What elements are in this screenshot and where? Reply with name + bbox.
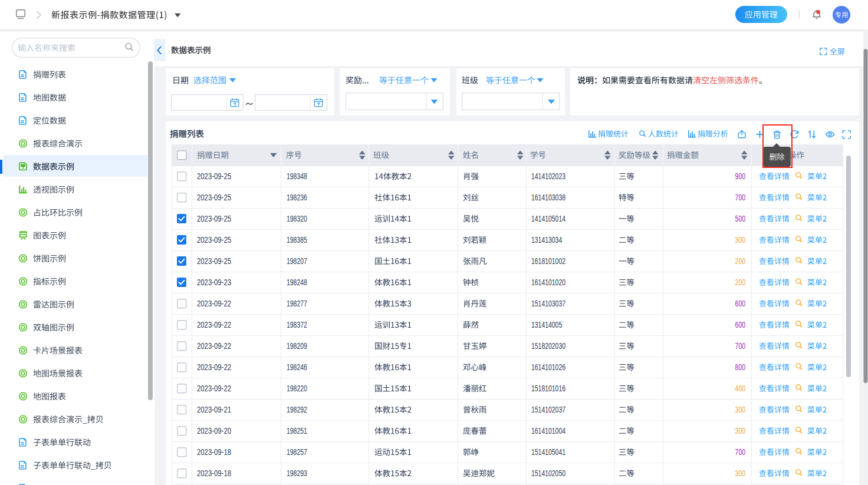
svg-text:800: 800	[735, 362, 745, 372]
svg-text:300: 300	[735, 405, 745, 414]
svg-text:198385: 198385	[287, 235, 307, 245]
svg-text:2023-09-22: 2023-09-22	[197, 384, 231, 393]
svg-text:1614101004: 1614101004	[531, 426, 565, 435]
svg-text:300: 300	[735, 235, 745, 245]
svg-text:1614103038: 1614103038	[531, 193, 565, 202]
svg-text:2023-09-25: 2023-09-25	[197, 171, 231, 181]
svg-text:300: 300	[735, 426, 745, 435]
svg-text:1514102037: 1514102037	[531, 405, 565, 414]
svg-text:198248: 198248	[287, 278, 307, 287]
svg-text:1514103037: 1514103037	[531, 299, 565, 308]
svg-text:131414005: 131414005	[531, 320, 562, 329]
svg-text:2023-09-23: 2023-09-23	[197, 278, 231, 287]
svg-text:700: 700	[735, 341, 745, 351]
svg-text:198292: 198292	[287, 405, 307, 414]
svg-text:2023-09-22: 2023-09-22	[197, 362, 231, 372]
svg-text:2023-09-18: 2023-09-18	[197, 447, 231, 457]
svg-text:198372: 198372	[287, 320, 307, 329]
svg-text:1518202030: 1518202030	[531, 341, 565, 351]
svg-text:198246: 198246	[287, 362, 307, 372]
svg-text:1414102023: 1414102023	[531, 171, 565, 181]
svg-text:200: 200	[735, 256, 745, 266]
svg-text:2023-09-25: 2023-09-25	[197, 193, 231, 202]
svg-text:600: 600	[735, 299, 745, 308]
svg-text:300: 300	[735, 468, 745, 478]
svg-text:198348: 198348	[287, 171, 307, 181]
svg-text:1614101020: 1614101020	[531, 278, 565, 287]
svg-text:1614101026: 1614101026	[531, 362, 565, 372]
svg-text:198251: 198251	[287, 426, 307, 435]
svg-text:700: 700	[735, 193, 745, 202]
svg-text:198293: 198293	[287, 468, 307, 478]
svg-text:700: 700	[735, 447, 745, 457]
svg-text:600: 600	[735, 320, 745, 329]
svg-text:198236: 198236	[287, 193, 307, 202]
svg-text:400: 400	[735, 384, 745, 393]
svg-text:131413034: 131413034	[531, 235, 562, 245]
svg-text:2023-09-20: 2023-09-20	[197, 426, 231, 435]
svg-text:198320: 198320	[287, 214, 307, 223]
svg-text:1518101016: 1518101016	[531, 384, 565, 393]
svg-text:2023-09-25: 2023-09-25	[197, 235, 231, 245]
svg-text:200: 200	[735, 278, 745, 287]
svg-text:2023-09-18: 2023-09-18	[197, 468, 231, 478]
svg-text:198257: 198257	[287, 447, 307, 457]
svg-text:1514105041: 1514105041	[531, 447, 565, 457]
svg-text:900: 900	[735, 171, 745, 181]
svg-text:2023-09-22: 2023-09-22	[197, 341, 231, 351]
svg-text:2023-09-22: 2023-09-22	[197, 320, 231, 329]
svg-text:198209: 198209	[287, 341, 307, 351]
svg-text:500: 500	[735, 214, 745, 223]
svg-text:2023-09-22: 2023-09-22	[197, 299, 231, 308]
svg-text:198220: 198220	[287, 384, 307, 393]
svg-text:198207: 198207	[287, 256, 307, 266]
svg-text:1414105014: 1414105014	[531, 214, 565, 223]
svg-text:198277: 198277	[287, 299, 307, 308]
svg-text:2023-09-25: 2023-09-25	[197, 214, 231, 223]
svg-text:2023-09-21: 2023-09-21	[197, 405, 231, 414]
svg-text:1514102050: 1514102050	[531, 468, 565, 478]
svg-text:1618101002: 1618101002	[531, 256, 565, 266]
svg-text:2023-09-25: 2023-09-25	[197, 256, 231, 266]
